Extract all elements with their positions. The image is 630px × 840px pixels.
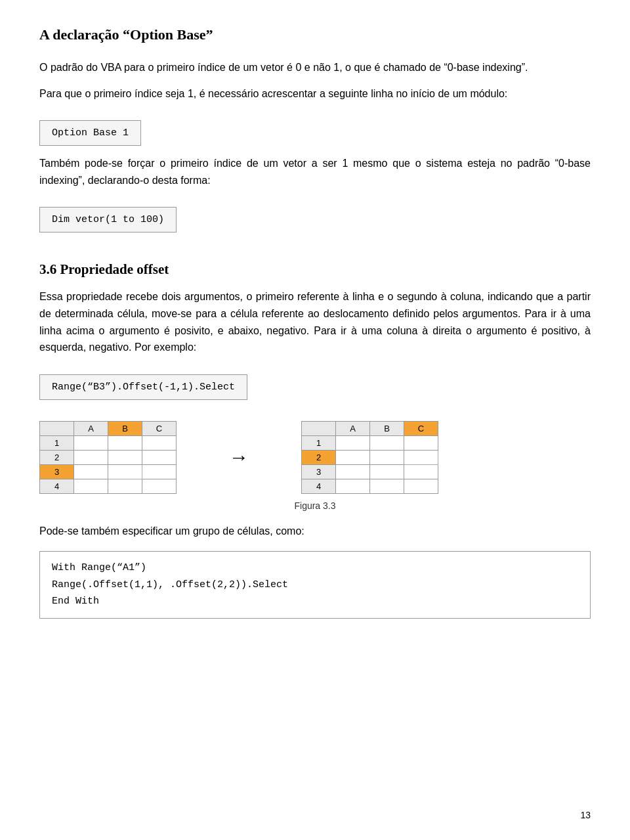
intro-para1: O padrão do VBA para o primeiro índice d… [39,59,591,76]
section-para1: Essa propriedade recebe dois argumentos,… [39,288,591,355]
right-arrow-icon: → [229,446,249,468]
left-r4-a [74,479,108,493]
para-also: Também pode-se forçar o primeiro índice … [39,155,591,188]
right-row3-num: 3 [302,464,336,479]
left-r2-c [142,450,177,464]
right-r3-a [336,464,370,479]
section-heading: 3.6 Propriedade offset [39,261,591,278]
left-row1-num: 1 [40,435,74,450]
arrow-indicator: → [203,446,275,468]
intro-para2: Para que o primeiro índice seja 1, é nec… [39,85,591,102]
option-base-code: Option Base 1 [39,120,141,146]
right-r1-b [370,435,404,450]
page-number: 13 [580,810,591,820]
left-empty-header [40,421,74,435]
right-r1-a [336,435,370,450]
right-row4-num: 4 [302,479,336,493]
left-r2-a [74,450,108,464]
right-col-b: B [370,421,404,435]
range-code: Range(“B3”).Offset(-1,1).Select [39,374,247,400]
right-r3-c [404,464,438,479]
right-r4-c [404,479,438,493]
figures-row: A B C 1 2 3 4 → [39,421,591,494]
right-row1-num: 1 [302,435,336,450]
left-r2-b [108,450,142,464]
page-title: A declaração “Option Base” [39,26,591,43]
right-row2-num: 2 [302,450,336,464]
dim-code: Dim vetor(1 to 100) [39,207,177,232]
right-r2-c [404,450,438,464]
left-col-a: A [74,421,108,435]
multi-line-code: With Range(“A1”) Range(.Offset(1,1), .Of… [39,551,591,619]
left-spreadsheet: A B C 1 2 3 4 [39,421,177,494]
left-row3-num: 3 [40,464,74,479]
right-r4-b [370,479,404,493]
right-r2-a [336,450,370,464]
right-empty-header [302,421,336,435]
figure-caption: Figura 3.3 [39,500,591,511]
left-row2-num: 2 [40,450,74,464]
left-r3-c [142,464,177,479]
left-col-b: B [108,421,142,435]
right-r3-b [370,464,404,479]
right-r2-b [370,450,404,464]
left-col-c: C [142,421,177,435]
left-row4-num: 4 [40,479,74,493]
right-spreadsheet: A B C 1 2 3 4 [301,421,438,494]
para-also2: Pode-se também especificar um grupo de c… [39,523,591,540]
code-line3: End With [52,596,99,607]
left-r4-c [142,479,177,493]
left-r3-a [74,464,108,479]
right-r4-a [336,479,370,493]
code-line1: With Range(“A1”) [52,562,146,573]
right-r1-c [404,435,438,450]
right-col-c: C [404,421,438,435]
left-r4-b [108,479,142,493]
code-line2: Range(.Offset(1,1), .Offset(2,2)).Select [52,579,288,590]
left-r1-b [108,435,142,450]
left-r1-c [142,435,177,450]
left-r1-a [74,435,108,450]
right-col-a: A [336,421,370,435]
left-r3-b [108,464,142,479]
